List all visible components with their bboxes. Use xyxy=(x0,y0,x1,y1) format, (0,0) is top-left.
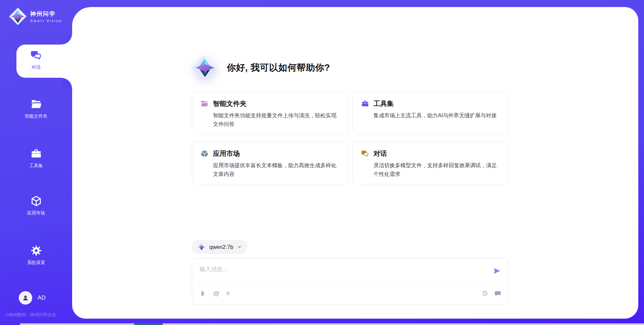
card-title: 对话 xyxy=(374,149,387,158)
card-description: 集成市场上主流工具，助力AI与外界无缝扩展与对接 xyxy=(374,111,500,120)
main-panel: 你好, 我可以如何帮助你? 智能文件夹 智能文件夹功能支持批量文件上传与清洗，轻… xyxy=(72,7,638,319)
sidebar-item-smart-folder[interactable]: 智能文件夹 xyxy=(0,98,72,119)
message-input[interactable] xyxy=(200,264,481,275)
app-root: 神州问学 Smart Vision 对话 智能文件夹 工具集 应用市场 系统设置 xyxy=(0,0,644,325)
card-title: 应用市场 xyxy=(213,149,240,158)
hash-icon[interactable]: # xyxy=(226,290,230,297)
sidebar-item-label: 对话 xyxy=(32,64,41,70)
brand-subtitle: Smart Vision xyxy=(30,19,62,23)
brand-name: 神州问学 xyxy=(30,10,62,18)
chat-icon xyxy=(361,149,369,158)
cube-icon xyxy=(30,195,42,207)
person-icon xyxy=(21,294,30,302)
card-description: 应用市场提供丰富长文本模板，助力高效生成多样化文章内容 xyxy=(213,161,340,178)
history-icon[interactable] xyxy=(481,290,489,297)
diamond-logo-icon xyxy=(192,55,218,81)
sidebar-item-chat[interactable]: 对话 xyxy=(0,49,72,70)
horizontal-scrollbar-track[interactable] xyxy=(20,323,644,325)
sidebar-item-label: 应用市场 xyxy=(27,210,45,216)
content-column: 你好, 我可以如何帮助你? 智能文件夹 智能文件夹功能支持批量文件上传与清洗，轻… xyxy=(192,7,508,319)
message-composer: @ # xyxy=(192,258,508,305)
card-smart-folder[interactable]: 智能文件夹 智能文件夹功能支持批量文件上传与清洗，轻松实现文件问答 xyxy=(192,91,348,134)
card-title: 智能文件夹 xyxy=(213,99,247,108)
active-nav-fillet-bottom xyxy=(61,78,72,88)
card-app-market[interactable]: 应用市场 应用市场提供丰富长文本模板，助力高效生成多样化文章内容 xyxy=(192,141,348,184)
diamond-logo-icon xyxy=(9,7,27,25)
cube-grid-icon xyxy=(200,149,209,158)
active-nav-fillet-top xyxy=(61,34,72,45)
at-icon[interactable]: @ xyxy=(213,290,219,297)
folder-icon xyxy=(200,100,209,108)
chevron-down-icon xyxy=(237,244,242,250)
greeting: 你好, 我可以如何帮助你? xyxy=(192,55,330,81)
toolbox-icon xyxy=(361,100,369,108)
greeting-text: 你好, 我可以如何帮助你? xyxy=(227,62,330,74)
folder-icon xyxy=(30,98,42,110)
sidebar-item-label: 工具集 xyxy=(29,163,43,169)
sidebar-item-toolset[interactable]: 工具集 xyxy=(0,148,72,169)
user-initials: AD xyxy=(38,295,46,301)
gear-icon xyxy=(30,245,42,257)
toolbox-icon xyxy=(30,148,42,160)
user-profile[interactable]: AD xyxy=(19,291,46,305)
chat-icon xyxy=(30,49,42,61)
paperclip-icon[interactable] xyxy=(199,290,206,297)
composer-divider xyxy=(197,286,503,286)
diamond-logo-icon xyxy=(197,243,206,251)
card-toolset[interactable]: 工具集 集成市场上主流工具，助力AI与外界无缝扩展与对接 xyxy=(353,91,509,134)
card-title: 工具集 xyxy=(374,99,394,108)
composer-right-tools xyxy=(481,290,501,297)
sidebar: 神州问学 Smart Vision 对话 智能文件夹 工具集 应用市场 系统设置 xyxy=(0,0,72,325)
chat-bubble-icon[interactable] xyxy=(494,290,501,297)
composer-left-tools: @ # xyxy=(199,290,230,297)
model-selector[interactable]: qwen2:7b xyxy=(192,240,248,254)
model-name: qwen2:7b xyxy=(209,244,233,250)
sidebar-item-app-market[interactable]: 应用市场 xyxy=(0,195,72,216)
sidebar-item-system-settings[interactable]: 系统设置 xyxy=(0,245,72,266)
send-icon[interactable] xyxy=(492,266,501,275)
card-chat[interactable]: 对话 灵活切换多模型文件，支持多样回复效果调试，满足个性化需求 xyxy=(353,141,509,184)
horizontal-scrollbar-thumb[interactable] xyxy=(134,323,163,325)
brand: 神州问学 Smart Vision xyxy=(9,7,62,25)
sidebar-footer: ©神州数码 · 神州问学出品 xyxy=(5,312,56,318)
card-description: 智能文件夹功能支持批量文件上传与清洗，轻松实现文件问答 xyxy=(213,111,340,128)
sidebar-item-label: 智能文件夹 xyxy=(25,113,48,119)
sidebar-item-label: 系统设置 xyxy=(27,260,45,266)
feature-cards: 智能文件夹 智能文件夹功能支持批量文件上传与清洗，轻松实现文件问答 工具集 集成… xyxy=(192,91,508,184)
card-description: 灵活切换多模型文件，支持多样回复效果调试，满足个性化需求 xyxy=(374,161,500,178)
avatar xyxy=(19,291,32,305)
